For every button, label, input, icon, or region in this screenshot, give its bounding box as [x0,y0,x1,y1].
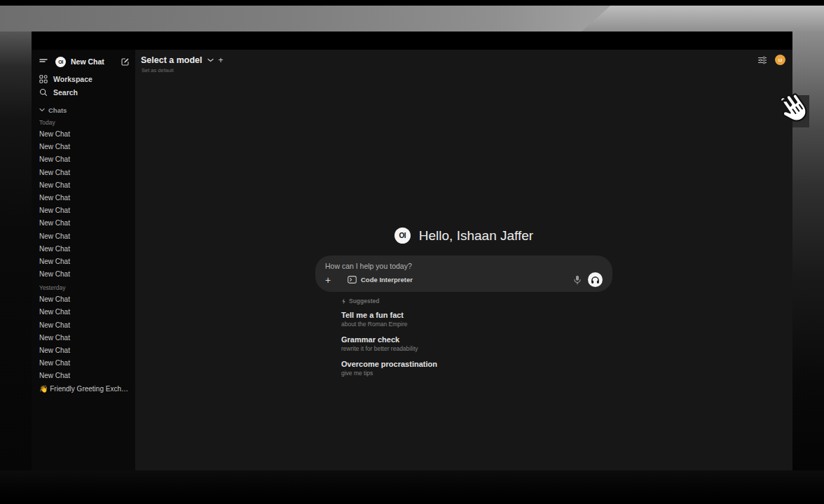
chats-section-toggle[interactable]: Chats [39,104,130,115]
set-as-default-button[interactable]: Set as default [142,67,784,74]
search-icon [39,88,48,97]
main-area: Select a model + Set as default IJ [135,50,792,470]
user-avatar[interactable]: IJ [775,55,785,65]
chevron-down-icon [39,108,45,112]
new-chat-pencil-icon[interactable] [121,57,130,66]
chat-list-item[interactable]: New Chat [39,255,130,268]
chat-list-item[interactable]: New Chat [39,153,130,166]
chat-list-item[interactable]: New Chat [39,179,130,192]
chat-list-item[interactable]: New Chat [39,217,130,230]
chat-list-item[interactable]: New Chat [39,306,130,318]
model-selector[interactable]: Select a model [141,55,202,65]
background-shape [582,6,824,31]
background-shape [0,470,824,504]
sidebar-toggle-icon[interactable] [39,58,48,65]
chat-list-item[interactable]: New Chat [39,370,130,382]
chat-list-item[interactable]: New Chat [39,293,130,306]
search-label: Search [53,88,78,97]
sidebar-item-workspace[interactable]: Workspace [39,72,130,85]
suggested-label: Suggested [349,298,379,304]
add-model-button[interactable]: + [219,55,224,65]
model-chevron-down-icon[interactable] [207,58,214,62]
workspace-label: Workspace [53,75,92,83]
greeting-text: Hello, Ishaan Jaffer [419,228,533,244]
headphones-icon [591,276,600,284]
suggested-section: Suggested Tell me a fun fact about the R… [315,298,612,377]
controls-sliders-icon[interactable] [757,56,767,64]
suggestion-item[interactable]: Grammar check rewrite it for better read… [341,335,612,353]
chat-input[interactable]: How can I help you today? + Code Interpr… [315,255,612,292]
sidebar: OI New Chat Workspace Searc [32,50,135,470]
chat-list-item[interactable]: New Chat [39,192,130,204]
suggestion-item[interactable]: Tell me a fun fact about the Roman Empir… [341,311,612,328]
chat-list-item[interactable]: New Chat [39,167,130,179]
suggestion-subtitle: give me tips [341,370,612,377]
chat-list-item[interactable]: New Chat [39,319,130,332]
app-logo: OI [55,57,66,67]
chat-list-item[interactable]: New Chat [39,204,130,217]
desktop-background: OI New Chat Workspace Searc [0,0,824,504]
background-shape [792,95,809,127]
code-interpreter-icon [348,276,357,284]
chat-list-item[interactable]: New Chat [39,128,130,141]
chat-list-item[interactable]: New Chat [39,230,130,243]
suggestion-subtitle: about the Roman Empire [341,321,612,328]
chats-section-label: Chats [48,106,67,114]
suggestion-title: Overcome procrastination [341,360,612,369]
code-interpreter-label: Code Interpreter [361,276,413,284]
sidebar-brand-label: New Chat [71,57,121,66]
microphone-icon[interactable] [574,275,581,285]
chat-list-item[interactable]: New Chat [39,332,130,344]
sidebar-item-search[interactable]: Search [39,85,130,99]
app-window: OI New Chat Workspace Searc [32,31,792,470]
workspace-grid-icon [39,75,48,83]
chat-list-item[interactable]: New Chat [39,268,130,281]
suggested-bolt-icon [341,298,346,304]
suggestion-subtitle: rewrite it for better readability [341,345,612,353]
chat-list-item[interactable]: New Chat [39,243,130,255]
main-header: Select a model + Set as default IJ [135,50,792,79]
chat-input-placeholder: How can I help you today? [325,262,603,270]
chat-group-label-yesterday: Yesterday [39,282,130,293]
app-logo: OI [394,227,411,244]
chat-list-item[interactable]: New Chat [39,344,130,357]
window-titlebar [32,31,792,50]
chat-list-item[interactable]: New Chat [39,141,130,153]
suggestion-title: Tell me a fun fact [341,311,612,320]
background-shape [0,31,32,470]
welcome-block: OI Hello, Ishaan Jaffer How can I help y… [315,227,612,384]
chat-group-label-today: Today [39,117,130,128]
chat-list-item-friendly-greeting[interactable]: 👋 Friendly Greeting Exchange [39,383,130,396]
suggestion-item[interactable]: Overcome procrastination give me tips [341,360,612,377]
suggestion-title: Grammar check [341,335,612,344]
attach-plus-button[interactable]: + [325,275,336,285]
voice-call-button[interactable] [588,272,603,287]
chat-list-item[interactable]: New Chat [39,357,130,370]
code-interpreter-toggle[interactable]: Code Interpreter [348,276,413,284]
